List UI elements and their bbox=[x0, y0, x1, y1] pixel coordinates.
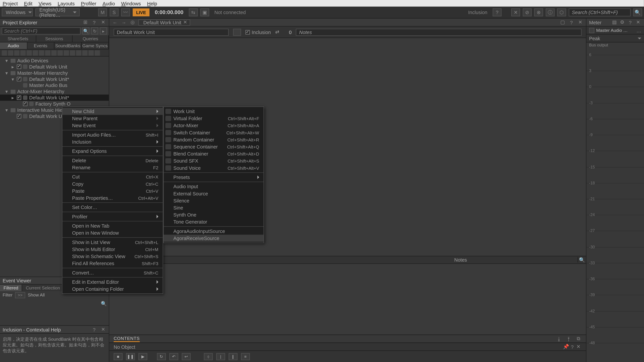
close-icon[interactable]: ✕ bbox=[635, 19, 641, 25]
view-icon[interactable] bbox=[26, 50, 32, 55]
menu-project[interactable]: Project bbox=[3, 1, 18, 6]
back-icon[interactable]: ← bbox=[112, 19, 118, 25]
menu-item[interactable]: Sine bbox=[164, 204, 264, 211]
view-icon[interactable] bbox=[2, 50, 7, 55]
view-icon[interactable] bbox=[76, 50, 82, 55]
pin-icon[interactable] bbox=[589, 28, 594, 33]
menu-item[interactable]: Sound VoiceCtrl+Shift+Alt+V bbox=[164, 164, 264, 171]
forward-icon[interactable]: → bbox=[121, 19, 127, 25]
menu-item[interactable]: Silence bbox=[164, 197, 264, 204]
notes-area[interactable] bbox=[109, 264, 586, 335]
menu-item[interactable]: New Child bbox=[62, 108, 163, 115]
shield-icon[interactable]: ⬡ bbox=[557, 8, 566, 16]
tree-node-selected[interactable]: ▸Default Work Unit* bbox=[0, 94, 109, 101]
marker-icon[interactable]: | bbox=[216, 353, 225, 360]
live-badge[interactable]: LIVE bbox=[133, 8, 150, 16]
search-icon[interactable]: 🔍 bbox=[578, 257, 586, 263]
mute-toggle[interactable]: M bbox=[98, 8, 107, 16]
inclusion-checkbox[interactable] bbox=[17, 77, 21, 81]
view-icon[interactable] bbox=[45, 50, 50, 55]
close-icon[interactable]: ✕ bbox=[577, 19, 583, 25]
close-icon[interactable]: ✕ bbox=[576, 344, 582, 350]
view-icon[interactable] bbox=[94, 50, 100, 55]
help-icon[interactable]: ? bbox=[568, 19, 574, 25]
menu-item[interactable]: Blend ContainerCtrl+Shift+Alt+D bbox=[164, 150, 264, 157]
menu-item[interactable]: Set Color… bbox=[62, 204, 163, 211]
meter-source[interactable]: Master Audio … … bbox=[586, 26, 644, 34]
help-icon[interactable]: ? bbox=[627, 19, 633, 25]
pin-icon[interactable]: 📌 bbox=[563, 344, 569, 350]
menu-item[interactable]: External Source bbox=[164, 190, 264, 197]
menu-item[interactable]: Profiler bbox=[62, 213, 163, 220]
menu-item[interactable]: Inclusion bbox=[62, 138, 163, 145]
search-icon[interactable]: 🔍 bbox=[633, 8, 642, 16]
filter-expand[interactable]: >> bbox=[15, 292, 25, 298]
menu-item[interactable]: Show in Multi EditorCtrl+M bbox=[62, 246, 163, 253]
marker-icon[interactable]: ≡ bbox=[241, 353, 250, 360]
popout-icon[interactable]: ⧉ bbox=[576, 336, 582, 342]
tree-node[interactable]: ▾Default Work Unit* bbox=[0, 76, 109, 82]
target-icon[interactable]: ◎ bbox=[130, 19, 136, 25]
menu-item[interactable]: RenameF2 bbox=[62, 164, 163, 171]
menu-item[interactable]: Synth One bbox=[164, 211, 264, 218]
view-icon[interactable] bbox=[51, 50, 57, 55]
gear-icon[interactable]: ⚙ bbox=[619, 19, 626, 25]
help-icon[interactable]: ? bbox=[569, 344, 576, 350]
menu-item[interactable]: Switch ContainerCtrl+Shift+Alt+W bbox=[164, 129, 264, 136]
inclusion-toggle[interactable]: Inclusion bbox=[246, 29, 271, 35]
play-button[interactable]: ▶ bbox=[138, 353, 147, 360]
context-menu[interactable]: New ChildNew ParentNew EventImport Audio… bbox=[62, 107, 163, 294]
menu-item[interactable]: Actor-MixerCtrl+Shift+Alt+A bbox=[164, 122, 264, 129]
info-icon[interactable]: ⓘ bbox=[546, 8, 554, 16]
menu-edit[interactable]: Edit bbox=[24, 1, 32, 6]
close-icon[interactable]: ✕ bbox=[511, 8, 520, 16]
global-search[interactable]: Search (Ctrl+Shift+F) bbox=[569, 8, 630, 16]
view-icon[interactable] bbox=[58, 50, 63, 55]
tab-filtered[interactable]: Filtered bbox=[0, 285, 22, 291]
more-icon[interactable]: … bbox=[636, 28, 641, 33]
refresh-icon[interactable]: ↻ bbox=[91, 27, 98, 34]
tab-sessions[interactable]: Sessions bbox=[36, 35, 72, 42]
menu-profiler[interactable]: Profiler bbox=[81, 1, 96, 6]
pause-button[interactable]: ❚❚ bbox=[126, 353, 135, 360]
sync-icon[interactable]: ⇆ bbox=[189, 8, 198, 16]
tree-node[interactable]: ▸Default Work Unit bbox=[0, 64, 109, 70]
help-icon[interactable]: ? bbox=[91, 19, 97, 25]
error-icon[interactable]: ⊗ bbox=[534, 8, 543, 16]
warning-icon[interactable]: ⊘ bbox=[523, 8, 532, 16]
meter-mode-dropdown[interactable]: Peak bbox=[586, 34, 644, 42]
forward-icon[interactable]: ▸ bbox=[100, 27, 107, 34]
context-submenu[interactable]: Work UnitVirtual FolderCtrl+Shift+Alt+FA… bbox=[163, 107, 264, 243]
view-icon[interactable] bbox=[88, 50, 94, 55]
app-menubar[interactable]: Project Edit Views Layouts Profiler Audi… bbox=[0, 0, 644, 7]
tree-node[interactable]: ▾Master-Mixer Hierarchy bbox=[0, 70, 109, 76]
explorer-search-input[interactable] bbox=[2, 27, 80, 34]
inclusion-checkbox[interactable] bbox=[23, 102, 27, 106]
menu-item[interactable]: Show in Schematic ViewCtrl+Shift+S bbox=[62, 253, 163, 260]
waveform-icon[interactable]: 〰 bbox=[121, 8, 130, 16]
view-icon[interactable] bbox=[33, 50, 38, 55]
menu-views[interactable]: Views bbox=[38, 1, 52, 6]
view-icon[interactable] bbox=[20, 50, 26, 55]
editor-tab[interactable]: Default Work Unit ✕ bbox=[138, 19, 190, 25]
tab-current-selection[interactable]: Current Selection bbox=[22, 285, 64, 291]
loop-icon[interactable]: ↻ bbox=[157, 353, 166, 360]
rewind-icon[interactable]: ↶ bbox=[170, 353, 178, 360]
return-icon[interactable]: ↩ bbox=[182, 353, 191, 360]
view-icon[interactable] bbox=[14, 50, 20, 55]
grid-icon[interactable]: ▢ bbox=[560, 19, 566, 25]
reference-count[interactable]: ⇄ 0 bbox=[275, 29, 292, 35]
menu-item[interactable]: Expand Options bbox=[62, 148, 163, 155]
show-all-button[interactable]: Show All bbox=[28, 293, 44, 298]
menu-help[interactable]: Help bbox=[147, 1, 157, 6]
search-icon[interactable]: 🔍 bbox=[82, 27, 89, 34]
tree-node[interactable]: Master Audio Bus bbox=[0, 82, 109, 88]
menu-item[interactable]: Presets bbox=[164, 174, 264, 181]
view-icon[interactable] bbox=[39, 50, 44, 55]
menu-audio[interactable]: Audio bbox=[102, 1, 115, 6]
layout-icon[interactable]: ▤ bbox=[611, 19, 617, 25]
menu-item[interactable]: Random ContainerCtrl+Shift+Alt+R bbox=[164, 136, 264, 143]
pin-icon[interactable]: ⊞ bbox=[82, 19, 88, 25]
search-icon[interactable]: 🔍 bbox=[101, 301, 107, 307]
event-list[interactable]: 🔍 bbox=[0, 299, 109, 325]
